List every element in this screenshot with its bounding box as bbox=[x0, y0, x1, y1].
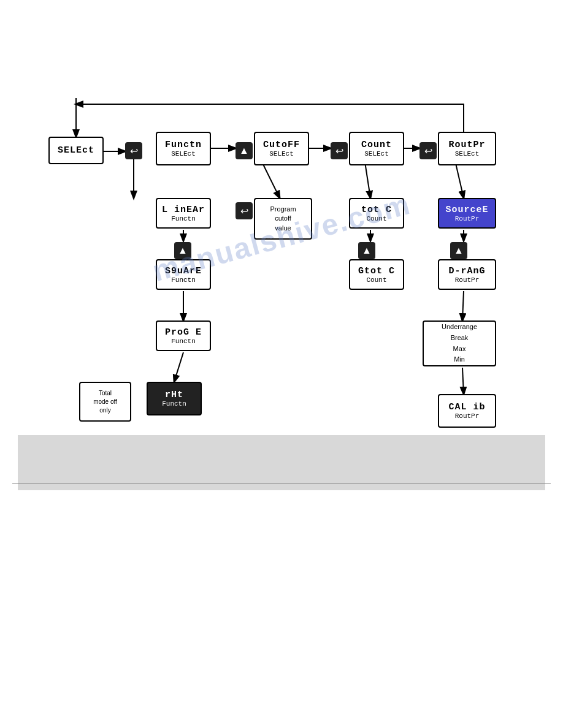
page-content: SELEct ↩ Functn SELEct ▲ CutoFF SELEct ↩… bbox=[0, 0, 563, 502]
select-box: SELEct bbox=[48, 137, 104, 164]
gray-section bbox=[18, 435, 545, 490]
prog-e-label: ProG E bbox=[165, 327, 202, 338]
cal-ib-label: CAL ib bbox=[448, 402, 485, 412]
enter-icon-4: ↩ bbox=[424, 145, 432, 157]
enter-btn-4[interactable]: ↩ bbox=[419, 142, 437, 159]
count-sub: SELEct bbox=[364, 150, 389, 157]
routpr-box: RoutPr SELEct bbox=[438, 132, 496, 165]
cal-ib-sub: RoutPr bbox=[455, 412, 480, 420]
enter-icon-3: ↩ bbox=[335, 145, 343, 157]
svg-line-12 bbox=[174, 352, 183, 382]
count-box: Count SELEct bbox=[349, 132, 404, 165]
program-cutoff-box: Programcutoffvalue bbox=[254, 198, 312, 240]
tot-c-sub: Count bbox=[366, 215, 386, 222]
enter-btn-1[interactable]: ↩ bbox=[125, 142, 142, 159]
d-rang-box: D-rAnG RoutPr bbox=[438, 259, 496, 290]
up-btn-functn[interactable]: ▲ bbox=[174, 242, 191, 259]
prog-e-sub: Functn bbox=[171, 338, 196, 345]
functn-label: Functn bbox=[165, 140, 202, 150]
rht-label: rHt bbox=[165, 390, 183, 400]
select-label: SELEct bbox=[58, 145, 94, 156]
square-sub: Functn bbox=[171, 276, 196, 284]
up-btn-routpr[interactable]: ▲ bbox=[450, 242, 467, 259]
gtot-c-box: Gtot C Count bbox=[349, 259, 404, 290]
cutoff-sub: SELEct bbox=[269, 150, 294, 157]
prog-e-box: ProG E Functn bbox=[156, 320, 211, 351]
svg-line-18 bbox=[462, 368, 464, 394]
routpr-label: RoutPr bbox=[448, 140, 485, 150]
source-box: SourceE RoutPr bbox=[438, 198, 496, 229]
underrange-box: UnderrangeBreakMaxMin bbox=[423, 320, 496, 366]
source-sub: RoutPr bbox=[455, 215, 480, 222]
d-rang-sub: RoutPr bbox=[455, 276, 480, 284]
cal-ib-box: CAL ib RoutPr bbox=[438, 394, 496, 428]
up-icon-cutoff: ▲ bbox=[239, 145, 249, 156]
up-btn-cutoff[interactable]: ▲ bbox=[236, 142, 253, 159]
cutoff-label: CutoFF bbox=[263, 140, 300, 150]
total-mode-box: Totalmode offonly bbox=[79, 382, 131, 422]
source-label: SourceE bbox=[445, 205, 488, 215]
total-mode-label: Totalmode offonly bbox=[93, 389, 117, 415]
flowchart: SELEct ↩ Functn SELEct ▲ CutoFF SELEct ↩… bbox=[18, 49, 545, 429]
enter-btn-3[interactable]: ↩ bbox=[331, 142, 348, 159]
svg-line-17 bbox=[462, 291, 464, 320]
d-rang-label: D-rAnG bbox=[448, 266, 485, 276]
tot-c-label: tot C bbox=[361, 205, 392, 215]
underrange-label: UnderrangeBreakMaxMin bbox=[442, 322, 477, 365]
up-icon-routpr: ▲ bbox=[454, 245, 464, 256]
square-label: S9uArE bbox=[165, 266, 202, 276]
bottom-line bbox=[12, 483, 551, 484]
up-btn-count[interactable]: ▲ bbox=[358, 242, 375, 259]
functn-sub: SELEct bbox=[171, 150, 196, 157]
cutoff-box: CutoFF SELEct bbox=[254, 132, 309, 165]
functn-box: Functn SELEct bbox=[156, 132, 211, 165]
up-icon-functn: ▲ bbox=[178, 245, 188, 256]
linear-sub: Functn bbox=[171, 215, 196, 222]
enter-icon-2: ↩ bbox=[240, 205, 248, 217]
count-label: Count bbox=[361, 140, 392, 150]
rht-box: rHt Functn bbox=[147, 382, 202, 415]
enter-icon-1: ↩ bbox=[130, 145, 138, 157]
linear-box: L inEAr Functn bbox=[156, 198, 211, 229]
gtot-c-label: Gtot C bbox=[358, 266, 395, 276]
routpr-sub: SELEct bbox=[455, 150, 480, 157]
enter-btn-2[interactable]: ↩ bbox=[236, 202, 253, 219]
program-cutoff-label: Programcutoffvalue bbox=[270, 205, 296, 233]
rht-sub: Functn bbox=[162, 400, 186, 408]
square-box: S9uArE Functn bbox=[156, 259, 211, 290]
linear-label: L inEAr bbox=[162, 205, 205, 215]
gtot-c-sub: Count bbox=[366, 276, 386, 284]
tot-c-box: tot C Count bbox=[349, 198, 404, 229]
up-icon-count: ▲ bbox=[362, 245, 372, 256]
